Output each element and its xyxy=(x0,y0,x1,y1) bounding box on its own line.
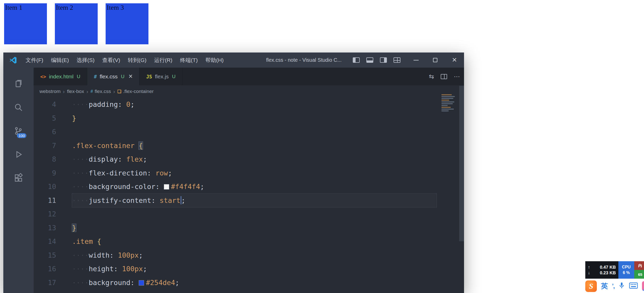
tab-close-icon[interactable]: × xyxy=(129,73,133,80)
flex-item-label: Item 2 xyxy=(56,4,73,11)
memory-label: 内 xyxy=(634,261,644,270)
menu-item-3[interactable]: 查看(V) xyxy=(98,53,124,68)
ime-keyboard-icon[interactable] xyxy=(629,282,638,290)
run-debug-icon[interactable] xyxy=(14,150,23,159)
ime-skin-icon[interactable] xyxy=(642,281,644,291)
menu-item-1[interactable]: 编辑(E) xyxy=(47,53,73,68)
open-changes-icon[interactable]: ⇆ xyxy=(429,73,434,80)
code-text[interactable]: } xyxy=(72,111,437,125)
extensions-icon[interactable] xyxy=(14,173,23,183)
breadcrumb-item-flex-box[interactable]: flex-box xyxy=(67,89,84,94)
source-control-icon[interactable]: 100 xyxy=(14,126,23,136)
code-line: 14.item { xyxy=(34,235,464,248)
close-button[interactable]: × xyxy=(445,53,464,68)
line-number: 14 xyxy=(34,235,56,248)
menu-item-4[interactable]: 转到(G) xyxy=(124,53,150,68)
code-text[interactable]: ····width: 100px; xyxy=(72,248,437,262)
memory-usage: 内 65 xyxy=(634,261,644,279)
code-line: 10····background-color: #f4f4f4; xyxy=(34,180,464,194)
file-type-icon: # xyxy=(94,74,97,79)
code-text[interactable]: ····height: 100px; xyxy=(72,262,437,276)
maximize-button[interactable] xyxy=(426,53,445,68)
menu-item-5[interactable]: 运行(R) xyxy=(150,53,176,68)
ime-punctuation-icon[interactable]: ’, xyxy=(612,282,614,290)
minimize-icon xyxy=(414,60,419,60)
menu-item-0[interactable]: 文件(F) xyxy=(22,53,47,68)
code-editor[interactable]: 4····padding: 0;5}67.flex-container {8··… xyxy=(34,98,464,293)
toggle-sidebar-icon[interactable] xyxy=(353,57,360,63)
window-controls: × xyxy=(406,53,464,68)
code-line: 15····width: 100px; xyxy=(34,248,464,262)
split-editor-icon[interactable] xyxy=(441,74,447,79)
color-swatch[interactable] xyxy=(164,184,169,190)
tab-index.html[interactable]: <>index.htmlU xyxy=(34,68,87,85)
cpu-usage: CPU 6 % xyxy=(618,261,634,279)
minimize-button[interactable] xyxy=(406,53,426,68)
code-text[interactable] xyxy=(72,207,437,221)
line-number: 16 xyxy=(34,262,56,276)
download-icon: ↓ xyxy=(588,270,590,275)
memory-value: 65 xyxy=(634,270,644,279)
line-number: 18 xyxy=(34,289,56,293)
tab-bar: <>index.htmlU#flex.cssU×JSflex.jsU ⇆ ⋯ xyxy=(34,68,464,85)
scrollbar[interactable] xyxy=(459,86,464,241)
toggle-panel-icon[interactable] xyxy=(366,57,373,63)
window-title: flex.css - note - Visual Studio C... xyxy=(266,53,341,68)
line-number: 8 xyxy=(34,152,56,166)
menu-item-2[interactable]: 选择(S) xyxy=(73,53,98,68)
symbol-icon: # xyxy=(90,89,93,94)
activity-bar: 100 xyxy=(3,68,34,293)
untracked-badge: U xyxy=(77,74,80,79)
download-speed: 0.23 KB xyxy=(600,270,616,275)
code-text[interactable]: ····padding: 0; xyxy=(72,98,437,111)
code-text[interactable]: .item { xyxy=(72,235,437,248)
line-number: 10 xyxy=(34,180,56,194)
tab-flex.js[interactable]: JSflex.jsU xyxy=(139,68,182,85)
code-text[interactable]: .flex-container { xyxy=(72,139,437,153)
breadcrumb-item-webstrom[interactable]: webstrom xyxy=(39,89,61,94)
breadcrumb-item-.flex-container[interactable]: ❏.flex-container xyxy=(117,89,154,94)
menu-item-6[interactable]: 终端(T) xyxy=(176,53,202,68)
upload-speed: 0.47 KB xyxy=(600,265,616,270)
code-line: 17····background: #254de4; xyxy=(34,276,464,290)
sogou-logo-icon[interactable]: S xyxy=(585,280,597,292)
search-icon[interactable] xyxy=(14,102,23,112)
vscode-logo-icon xyxy=(9,56,17,64)
code-text[interactable]: ····margin: 10px; xyxy=(72,289,437,293)
color-swatch[interactable] xyxy=(139,280,144,286)
ime-toolbar[interactable]: S 英 ’, xyxy=(585,280,644,292)
toggle-secondary-sidebar-icon[interactable] xyxy=(380,57,387,63)
explorer-icon[interactable] xyxy=(14,79,23,89)
minimap[interactable] xyxy=(441,94,458,112)
code-text[interactable]: ····background: #254de4; xyxy=(72,276,437,290)
line-number: 13 xyxy=(34,221,56,235)
tab-bar-actions: ⇆ ⋯ xyxy=(429,68,460,85)
file-type-icon: JS xyxy=(146,74,152,79)
code-text[interactable]: ····display: flex; xyxy=(72,152,437,166)
code-text[interactable]: } xyxy=(72,221,437,235)
titlebar[interactable]: 文件(F)编辑(E)选择(S)查看(V)转到(G)运行(R)终端(T)帮助(H)… xyxy=(3,53,464,68)
menu-item-7[interactable]: 帮助(H) xyxy=(202,53,227,68)
breadcrumb-label: flex-box xyxy=(67,89,84,94)
code-line: 9····flex-direction: row; xyxy=(34,166,464,180)
maximize-icon xyxy=(433,58,437,62)
code-line: 12 xyxy=(34,207,464,221)
network-speed: ↑ 0.47 KB ↓ 0.23 KB xyxy=(585,261,618,279)
untracked-badge: U xyxy=(172,74,176,79)
code-text[interactable]: ····flex-direction: row; xyxy=(72,166,437,180)
tab-flex.css[interactable]: #flex.cssU× xyxy=(87,68,139,85)
flex-item-1: Item 1 xyxy=(4,3,47,44)
line-number: 6 xyxy=(34,125,56,139)
customize-layout-icon[interactable] xyxy=(394,57,400,63)
more-actions-icon[interactable]: ⋯ xyxy=(454,73,460,80)
code-text[interactable]: ····background-color: #f4f4f4; xyxy=(72,180,437,194)
breadcrumb-item-flex.css[interactable]: #flex.css xyxy=(90,89,111,94)
code-text[interactable]: ····justify-content: start; xyxy=(72,194,437,207)
breadcrumb-separator-icon: › xyxy=(63,88,65,95)
traffic-monitor-widget[interactable]: ↑ 0.47 KB ↓ 0.23 KB CPU 6 % 内 65 xyxy=(585,261,644,279)
breadcrumb-separator-icon: › xyxy=(113,88,115,95)
line-number: 11 xyxy=(34,194,56,207)
code-text[interactable] xyxy=(72,125,437,139)
ime-language-indicator[interactable]: 英 xyxy=(601,281,608,291)
ime-microphone-icon[interactable] xyxy=(618,282,625,290)
